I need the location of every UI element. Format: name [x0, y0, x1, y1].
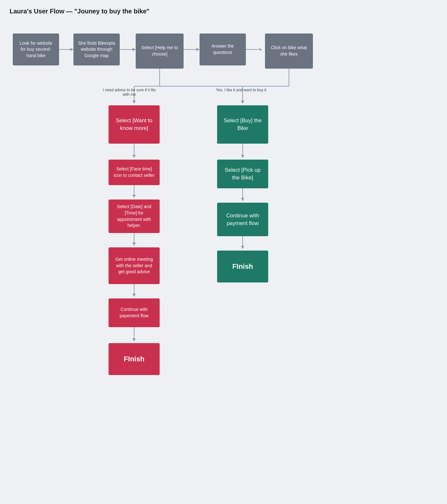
box-answer-questions: Answer the questions	[200, 34, 246, 65]
rbox-continue-payment: Continue with payment flow	[217, 203, 268, 236]
rbox-pick-up: Select [Pick up the Bike]	[217, 160, 268, 188]
flowchart: Look for website for buy second-hand bik…	[10, 24, 345, 500]
svg-marker-31	[241, 246, 244, 249]
svg-marker-21	[133, 243, 136, 246]
svg-marker-15	[241, 101, 244, 104]
svg-marker-5	[196, 48, 200, 51]
lbox-want-to-know: Select [Want to know more]	[109, 105, 160, 144]
lbox-date-time: Select [Date] and [Time] for appointment…	[109, 199, 160, 233]
lbox-continue-payment: Continue with payement flow	[109, 298, 160, 327]
page-title: Laura's User Flow — "Jouney to buy the b…	[10, 8, 437, 15]
svg-marker-25	[133, 338, 136, 342]
lbox-facetime: Select [Face time] icon to contact selle…	[109, 160, 160, 185]
svg-marker-7	[259, 48, 262, 51]
branch-label-left: I need advice to be sure if it fits with…	[102, 88, 156, 97]
rbox-select-buy: Select [Buy] the Bike	[217, 105, 268, 144]
svg-marker-17	[133, 155, 136, 158]
svg-marker-1	[70, 48, 73, 51]
svg-marker-11	[133, 101, 136, 104]
svg-marker-19	[133, 195, 136, 198]
svg-marker-3	[133, 48, 136, 51]
box-select-help: Select [Help me to choose]	[136, 34, 184, 69]
svg-marker-29	[241, 198, 244, 201]
svg-marker-23	[133, 294, 136, 297]
box-look-for-website: Look for website for buy second-hand bik…	[13, 34, 59, 65]
lbox-finish: FInish	[109, 343, 160, 375]
box-finds-bikeopia: She finds Bikeopia website through Googl…	[73, 34, 120, 65]
rbox-finish: FInish	[217, 251, 268, 282]
svg-marker-27	[241, 155, 244, 158]
branch-label-right: Yes, I like it and want to buy it	[214, 88, 268, 92]
box-click-bike: Click on bike what she likes	[265, 34, 313, 69]
lbox-online-meeting: Get online meeting with the seller and g…	[109, 247, 160, 284]
